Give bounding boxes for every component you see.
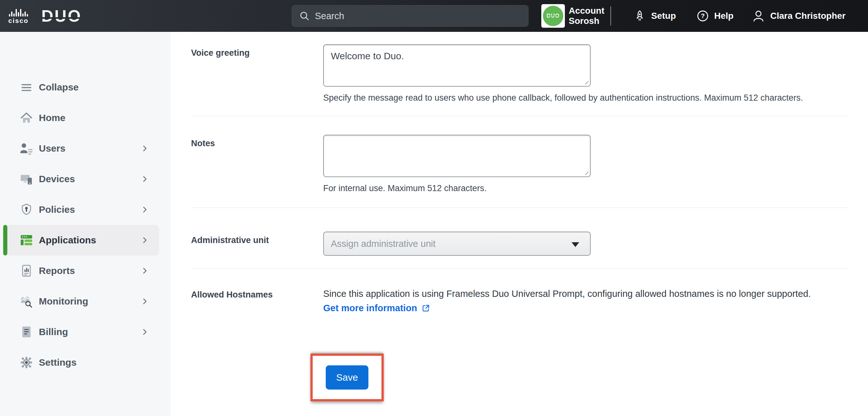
voice-greeting-textarea[interactable]: Welcome to Duo.	[323, 44, 591, 87]
duo-admin-panel: cisco DUO DUO Account Sorosh	[0, 0, 868, 416]
chevron-right-icon	[140, 205, 150, 214]
main-content: Voice greeting Welcome to Duo. Specify t…	[171, 32, 868, 416]
collapse-menu-icon	[19, 80, 34, 95]
sidebar-item-reports[interactable]: Reports	[0, 256, 171, 286]
sidebar-item-home[interactable]: Home	[0, 102, 171, 133]
sidebar-item-policies[interactable]: Policies	[0, 194, 171, 225]
sidebar-item-users[interactable]: Users	[0, 133, 171, 164]
allowed-hostnames-label: Allowed Hostnames	[191, 286, 323, 314]
users-icon	[19, 141, 34, 156]
sidebar-item-applications[interactable]: Applications	[3, 225, 159, 256]
monitoring-icon	[19, 294, 34, 309]
save-button[interactable]: Save	[326, 365, 368, 390]
sidebar-item-monitoring[interactable]: Monitoring	[0, 286, 171, 317]
section-divider	[191, 207, 848, 208]
chevron-right-icon	[140, 144, 150, 153]
person-icon	[751, 9, 766, 23]
duo-logo: DUO	[41, 8, 82, 24]
notes-row: Notes For internal use. Maximum 512 char…	[191, 135, 868, 194]
section-divider	[191, 116, 848, 116]
caret-down-icon	[571, 242, 579, 247]
sidebar-item-collapse[interactable]: Collapse	[0, 72, 171, 102]
chevron-right-icon	[140, 174, 150, 184]
account-avatar: DUO	[541, 4, 565, 28]
administrative-unit-label: Administrative unit	[191, 232, 323, 256]
setup-link[interactable]: Setup	[633, 0, 676, 32]
account-name: Account Sorosh	[569, 6, 604, 26]
section-divider	[191, 268, 848, 269]
user-menu[interactable]: Clara Christopher	[751, 0, 846, 32]
notes-help: For internal use. Maximum 512 characters…	[323, 183, 845, 194]
cisco-logo-icon: cisco	[8, 8, 29, 24]
select-placeholder: Assign administrative unit	[331, 239, 436, 249]
help-link[interactable]: ? Help	[696, 0, 734, 32]
billing-icon	[19, 325, 34, 339]
administrative-unit-select[interactable]: Assign administrative unit	[323, 232, 591, 256]
cisco-bars-icon	[9, 8, 28, 17]
chevron-right-icon	[140, 235, 150, 245]
sidebar-item-devices[interactable]: Devices	[0, 164, 171, 194]
voice-greeting-label: Voice greeting	[191, 44, 323, 103]
devices-icon	[19, 172, 34, 186]
voice-greeting-help: Specify the message read to users who us…	[323, 93, 845, 103]
allowed-hostnames-text: Since this application is using Frameles…	[323, 286, 845, 299]
search-box[interactable]	[292, 5, 529, 27]
notes-textarea[interactable]	[323, 135, 591, 177]
chevron-right-icon	[140, 327, 150, 337]
brand: cisco DUO	[8, 8, 82, 24]
help-icon: ?	[696, 9, 709, 23]
search-icon	[299, 10, 310, 21]
allowed-hostnames-row: Allowed Hostnames Since this application…	[191, 286, 868, 314]
reports-icon	[19, 263, 34, 278]
rocket-icon	[633, 9, 646, 23]
get-more-information-link[interactable]: Get more information	[323, 303, 430, 314]
settings-gear-icon	[19, 355, 34, 370]
external-link-icon	[422, 304, 430, 313]
sidebar: Collapse Home	[0, 32, 171, 416]
voice-greeting-row: Voice greeting Welcome to Duo. Specify t…	[191, 44, 868, 103]
home-icon	[19, 111, 34, 125]
top-bar: cisco DUO DUO Account Sorosh	[0, 0, 868, 32]
administrative-unit-row: Administrative unit Assign administrativ…	[191, 232, 868, 256]
cisco-wordmark: cisco	[8, 17, 29, 24]
sidebar-item-settings[interactable]: Settings	[0, 347, 171, 378]
annotation-highlight-box: Save	[310, 354, 384, 402]
chevron-right-icon	[140, 266, 150, 275]
notes-label: Notes	[191, 135, 323, 194]
search-input[interactable]	[315, 11, 521, 21]
account-switcher[interactable]: DUO Account Sorosh	[541, 4, 604, 28]
applications-icon	[19, 233, 34, 247]
chevron-right-icon	[140, 297, 150, 306]
topbar-divider	[611, 6, 611, 26]
svg-text:?: ?	[701, 12, 705, 20]
sidebar-item-billing[interactable]: Billing	[0, 317, 171, 347]
policies-shield-icon	[19, 202, 34, 217]
duo-avatar-icon: DUO	[543, 6, 563, 26]
